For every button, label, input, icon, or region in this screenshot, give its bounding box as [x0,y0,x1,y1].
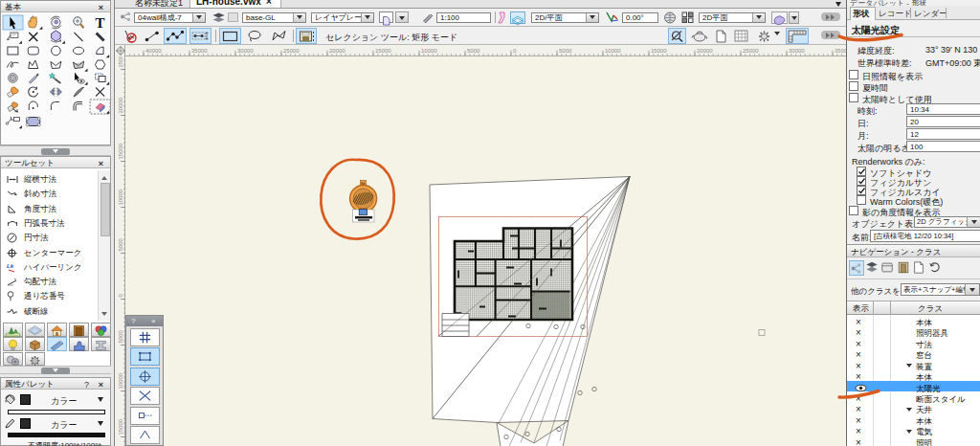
svg-text:15000: 15000 [375,48,391,54]
svg-text:25000: 25000 [118,56,123,68]
svg-text:15000: 15000 [118,418,123,435]
svg-text:20000: 20000 [697,48,713,54]
svg-text:30000: 30000 [789,48,805,54]
svg-text:15000: 15000 [118,143,123,159]
svg-text:5000: 5000 [467,48,480,54]
svg-text:5000: 5000 [118,237,123,251]
svg-text:Lk: Lk [7,263,14,269]
svg-text:0: 0 [513,48,517,54]
svg-text:30000: 30000 [237,48,254,54]
svg-text:0: 0 [118,293,123,297]
svg-text:40000: 40000 [145,48,162,54]
svg-text:5000: 5000 [559,48,572,54]
svg-text:25000: 25000 [743,48,759,54]
svg-text:20000: 20000 [118,97,123,113]
svg-text:25000: 25000 [283,48,300,54]
svg-text:10000: 10000 [605,48,621,54]
svg-text:10000: 10000 [118,372,123,389]
svg-text:10000: 10000 [421,48,437,54]
svg-text:15000: 15000 [651,48,667,54]
svg-text:20000: 20000 [329,48,345,54]
svg-text:10000: 10000 [118,189,123,205]
svg-text:T: T [96,15,105,31]
svg-text:35000: 35000 [191,48,208,54]
svg-text:5000: 5000 [118,329,123,343]
